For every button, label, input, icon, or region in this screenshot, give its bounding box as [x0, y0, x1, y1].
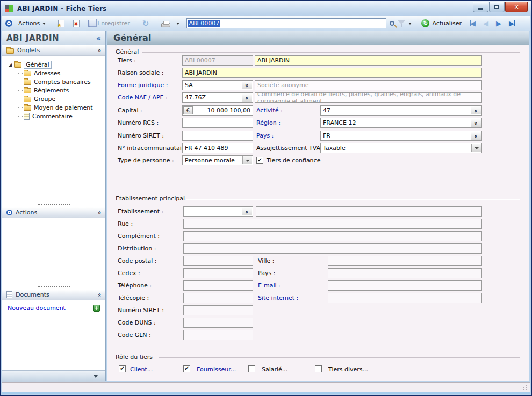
close-button[interactable]: ✕	[505, 2, 528, 12]
tree-item-reglements[interactable]: Règlements	[2, 86, 105, 95]
assujettissement-tva-combo[interactable]: Taxable	[320, 143, 482, 153]
new-document-link[interactable]: Nouveau document	[8, 305, 66, 312]
splitter-handle[interactable]	[38, 204, 70, 205]
etablissement-combo[interactable]: »	[183, 206, 253, 217]
add-document-button[interactable]: +	[93, 305, 100, 312]
nav-next-button[interactable]: ▶	[494, 19, 504, 28]
capital-field[interactable]: € 10 000 100,00	[182, 105, 253, 116]
tiers-name-field[interactable]: ABI JARDIN	[255, 55, 482, 66]
etablissement-name-field[interactable]	[256, 206, 482, 217]
splitter-handle[interactable]	[38, 286, 70, 287]
activite-combo[interactable]: 47 »	[320, 105, 482, 116]
delete-record-button[interactable]: ✖	[70, 19, 82, 28]
print-options-dropdown[interactable]	[176, 23, 179, 25]
nav-first-button[interactable]: ◀	[468, 19, 478, 28]
chevron-up-double-icon[interactable]: «	[96, 211, 103, 214]
type-personne-combo[interactable]: Personne morale	[182, 155, 253, 165]
tiers-divers-checkbox[interactable]	[315, 365, 322, 372]
euro-button[interactable]: €	[183, 106, 193, 114]
forme-juridique-desc-field: Société anonyme	[255, 80, 482, 90]
section-documents[interactable]: Documents «	[2, 290, 105, 300]
intracommunautaire-field[interactable]: FR 47 410 489	[182, 143, 253, 153]
fournisseur-label[interactable]: Fournisseur...	[197, 366, 236, 373]
new-record-button[interactable]: ★	[55, 19, 67, 28]
telecopie-field[interactable]	[183, 293, 253, 303]
refresh-button[interactable]: ↻	[140, 19, 152, 28]
numero-rcs-field[interactable]	[182, 118, 253, 128]
raison-sociale-field[interactable]: ABI JARDIN	[182, 68, 482, 78]
chevron-down-icon[interactable]	[242, 156, 252, 164]
tree-item-moyen-de-paiement[interactable]: Moyen de paiement	[2, 103, 105, 112]
numero-siret-etab-field[interactable]	[183, 305, 253, 315]
app-icon	[5, 5, 13, 13]
complement-field[interactable]	[183, 231, 482, 241]
nav-last-button[interactable]: ▶	[507, 19, 517, 28]
tiers-code-field[interactable]: ABI 00007	[182, 55, 253, 66]
pays-etab-field[interactable]	[328, 268, 482, 278]
salarie-label: Salarié...	[262, 366, 287, 373]
maximize-button[interactable]	[489, 2, 505, 12]
search-icon[interactable]	[390, 21, 394, 26]
chevron-down-icon[interactable]	[94, 375, 98, 378]
nav-previous-button[interactable]: ◀	[481, 19, 491, 28]
tiers-confiance-label: Tiers de confiance	[267, 157, 320, 164]
target-icon[interactable]	[5, 20, 12, 27]
pays-label[interactable]: Pays :	[256, 132, 274, 139]
region-label[interactable]: Région :	[256, 119, 281, 126]
forme-juridique-label[interactable]: Forme juridique :	[118, 82, 168, 89]
chevron-up-double-icon[interactable]: «	[96, 48, 103, 52]
chevron-down-double-icon[interactable]: »	[471, 119, 481, 127]
ville-field[interactable]	[328, 256, 482, 266]
tree-item-commentaire[interactable]: Commentaire	[2, 112, 105, 120]
section-onglets[interactable]: Onglets «	[2, 45, 105, 56]
chevron-up-double-icon[interactable]: «	[96, 293, 103, 296]
code-naf-label[interactable]: Code NAF / APE :	[118, 94, 168, 101]
numero-siret-field[interactable]: ___ ___ ___ _____	[182, 131, 253, 141]
filter-options-dropdown[interactable]	[408, 23, 412, 25]
section-actions[interactable]: Actions «	[2, 207, 105, 218]
print-button[interactable]	[159, 19, 173, 28]
email-field[interactable]	[328, 280, 482, 291]
chevron-down-double-icon[interactable]: »	[471, 106, 481, 114]
code-duns-field[interactable]	[183, 318, 253, 328]
email-label[interactable]: E-mail :	[258, 282, 281, 289]
chevron-down-double-icon[interactable]: »	[242, 93, 252, 102]
tree-item-groupe[interactable]: Groupe	[2, 95, 105, 103]
cedex-field[interactable]	[183, 268, 253, 278]
tree-item-comptes-bancaires[interactable]: Comptes bancaires	[2, 77, 105, 86]
rue-field[interactable]	[183, 219, 482, 229]
filter-icon[interactable]	[398, 20, 405, 27]
forme-juridique-combo[interactable]: SA »	[182, 80, 253, 90]
actualiser-button[interactable]: ↻ Actualiser	[419, 18, 464, 28]
tree-item-general[interactable]: ◢ Général	[2, 60, 105, 69]
site-internet-field[interactable]	[328, 293, 482, 303]
client-label[interactable]: Client...	[130, 366, 153, 373]
chevron-down-double-icon[interactable]: »	[471, 132, 481, 140]
groupbox-role-legend: Rôle du tiers	[116, 354, 153, 361]
tiers-confiance-checkbox[interactable]: ✔	[256, 157, 263, 164]
actions-menu-button[interactable]: Actions	[16, 19, 48, 28]
chevron-down-double-icon[interactable]: »	[242, 207, 252, 215]
fournisseur-checkbox[interactable]: ✔	[183, 365, 190, 372]
site-internet-label[interactable]: Site internet :	[258, 294, 298, 301]
distribution-field[interactable]	[183, 243, 482, 254]
chevron-down-double-icon[interactable]: »	[242, 81, 252, 89]
minimize-button[interactable]	[473, 2, 488, 12]
salarie-checkbox[interactable]	[248, 365, 255, 372]
region-combo[interactable]: FRANCE 12 »	[320, 118, 482, 128]
record-code-input[interactable]: ABI 00007	[186, 18, 386, 28]
pays-combo[interactable]: FR »	[320, 131, 482, 141]
code-gln-field[interactable]	[183, 330, 253, 340]
tree-item-adresses[interactable]: Adresses	[2, 69, 105, 77]
sidebar-collapse-icon[interactable]: «	[96, 34, 101, 42]
code-postal-field[interactable]	[183, 256, 253, 266]
tree-expander-icon[interactable]: ◢	[9, 62, 12, 67]
code-naf-combo[interactable]: 47.76Z »	[182, 92, 253, 103]
save-button[interactable]: Enregistrer	[85, 19, 133, 28]
telephone-field[interactable]	[183, 280, 253, 291]
activite-label[interactable]: Activité :	[256, 107, 283, 114]
resize-grip[interactable]	[526, 389, 527, 390]
complement-label: Complément :	[118, 233, 160, 240]
client-checkbox[interactable]: ✔	[119, 365, 126, 372]
chevron-down-icon[interactable]	[471, 144, 481, 152]
